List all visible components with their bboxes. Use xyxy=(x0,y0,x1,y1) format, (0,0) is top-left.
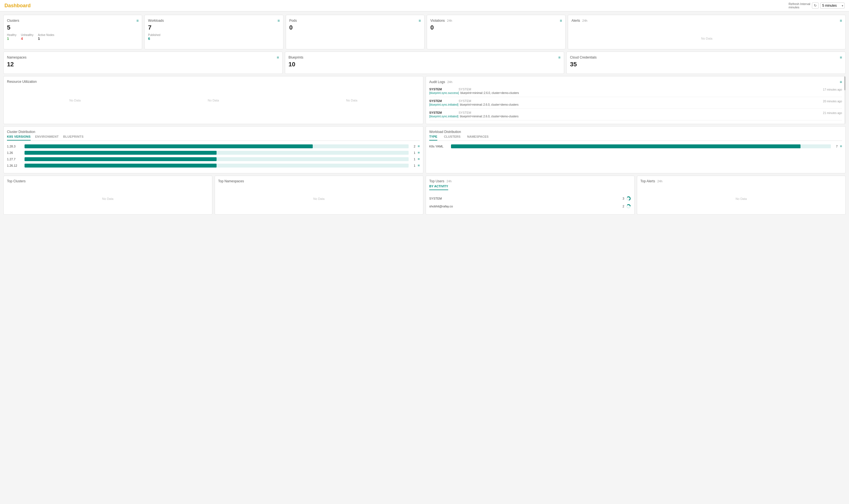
workload-tab-clusters[interactable]: CLUSTERS xyxy=(444,135,460,141)
blueprints-title: Blueprints xyxy=(288,55,303,59)
alerts-subtitle: 24h xyxy=(582,19,587,22)
cluster-dist-icon-2[interactable]: ≡ xyxy=(417,157,420,161)
alerts-card-title: Alerts xyxy=(572,19,580,22)
healthy-label: Healthy xyxy=(7,33,16,37)
audit-log-system-left-1: SYSTEM xyxy=(429,88,442,91)
cluster-dist-label-3: 1.26.12 xyxy=(7,164,22,167)
audit-log-system-left-2: SYSTEM xyxy=(429,99,442,103)
published-label: Published xyxy=(148,33,160,37)
top-namespaces-card: Top Namespaces No Data xyxy=(215,176,424,215)
workload-tab-type[interactable]: TYPE xyxy=(429,135,437,141)
audit-log-system-right-1: SYSTEM xyxy=(458,88,471,91)
audit-logs-header: Audit Logs 24h ≡ xyxy=(429,80,842,84)
resource-utilization-card: Resource Utilization No Data No Data No … xyxy=(3,76,423,124)
audit-log-entry-2: SYSTEM SYSTEM [blueprint.sync.initiated]… xyxy=(429,97,842,109)
top-clusters-card: Top Clusters No Data xyxy=(3,176,212,215)
unhealthy-label: Unhealthy xyxy=(21,33,33,37)
audit-log-system-right-2: SYSTEM xyxy=(458,99,471,103)
blueprints-value: 10 xyxy=(288,61,561,68)
top-user-donut-0 xyxy=(626,196,631,201)
workloads-published-stat: Published 6 xyxy=(148,33,160,41)
audit-log-detail-3: [blueprint.sync.initiated] blueprint=min… xyxy=(429,115,811,118)
cards-row-2: Namespaces ≡ 12 Blueprints ≡ 10 Cloud Cr… xyxy=(3,52,846,74)
cluster-dist-bar-fill-3 xyxy=(24,164,217,167)
cloud-credentials-card-header: Cloud Credentials ≡ xyxy=(570,55,842,60)
resource-util-no-data-2: No Data xyxy=(145,93,281,108)
cluster-dist-row-0: 1.28.3 2 ≡ xyxy=(7,144,420,148)
top-alerts-card: Top Alerts 24h No Data xyxy=(637,176,846,215)
cluster-dist-icon-3[interactable]: ≡ xyxy=(417,163,420,167)
by-activity-tab[interactable]: BY ACTIVITY xyxy=(429,184,448,190)
pods-menu-icon[interactable]: ≡ xyxy=(419,18,421,23)
namespaces-card-header: Namespaces ≡ xyxy=(7,55,279,60)
top-user-donut-1 xyxy=(626,204,631,209)
top-user-name-0: SYSTEM xyxy=(429,197,442,200)
workload-dist-row-0: K8s YAML 7 ≡ xyxy=(429,144,842,148)
cluster-dist-icon-1[interactable]: ≡ xyxy=(417,150,420,155)
workload-dist-count-0: 7 xyxy=(833,145,837,148)
clusters-card-title: Clusters xyxy=(7,19,19,22)
alerts-no-data: No Data xyxy=(572,31,842,46)
pods-card: Pods ≡ 0 xyxy=(286,15,424,49)
top-user-count-area-0: 3 xyxy=(622,196,631,201)
main-content: Clusters ≡ 5 Healthy 1 Unhealthy 4 Activ… xyxy=(0,12,849,218)
tab-environment[interactable]: ENVIRONMENT xyxy=(35,135,59,141)
workload-tab-namespaces[interactable]: NAMESPACES xyxy=(467,135,489,141)
clusters-healthy-stat: Healthy 1 xyxy=(7,33,16,41)
cloud-credentials-menu-icon[interactable]: ≡ xyxy=(840,55,842,60)
cluster-dist-bar-bg-1 xyxy=(24,151,409,155)
violations-menu-icon[interactable]: ≡ xyxy=(560,18,562,23)
audit-logs-menu-icon[interactable]: ≡ xyxy=(840,80,842,84)
top-alerts-title: Top Alerts xyxy=(640,179,655,183)
workloads-menu-icon[interactable]: ≡ xyxy=(277,18,279,23)
refresh-button[interactable]: ↻ xyxy=(812,2,819,8)
cluster-dist-row-1: 1.26 1 ≡ xyxy=(7,150,420,155)
top-clusters-title: Top Clusters xyxy=(7,179,26,183)
workloads-value: 7 xyxy=(148,24,279,31)
cluster-dist-count-0: 2 xyxy=(411,145,415,148)
top-namespaces-title: Top Namespaces xyxy=(218,179,244,183)
top-users-header: Top Users 24h xyxy=(429,179,631,183)
cluster-dist-tabs: K8S VERSIONS ENVIRONMENT BLUEPRINTS xyxy=(7,135,420,141)
namespaces-value: 12 xyxy=(7,61,279,68)
cluster-dist-icon-0[interactable]: ≡ xyxy=(417,144,420,148)
violations-card: Violations 24h ≡ 0 xyxy=(427,15,565,49)
cluster-dist-bar-fill-1 xyxy=(24,151,217,155)
blueprints-menu-icon[interactable]: ≡ xyxy=(558,55,561,60)
workloads-card-header: Workloads ≡ xyxy=(148,18,279,23)
cluster-dist-bar-fill-0 xyxy=(24,144,313,148)
audit-logs-subtitle: 24h xyxy=(447,80,452,84)
lowest-row: Top Clusters No Data Top Namespaces No D… xyxy=(3,176,846,215)
audit-log-detail-2: [blueprint.sync.initiated] blueprint=min… xyxy=(429,103,811,106)
top-clusters-header: Top Clusters xyxy=(7,179,209,183)
top-users-subtitle: 24h xyxy=(447,180,452,183)
alerts-menu-icon[interactable]: ≡ xyxy=(840,18,842,23)
top-users-list: SYSTEM 3 shobhit@rafay.co 2 xyxy=(429,195,631,210)
top-user-count-1: 2 xyxy=(622,204,624,208)
healthy-value: 1 xyxy=(7,37,16,41)
workload-dist-icon-0[interactable]: ≡ xyxy=(840,144,842,148)
top-clusters-no-data: No Data xyxy=(7,192,209,206)
top-alerts-header: Top Alerts 24h xyxy=(640,179,842,183)
audit-log-time-2: 20 minutes ago xyxy=(823,100,842,103)
audit-log-system-right-3: SYSTEM xyxy=(458,111,471,114)
tab-blueprints[interactable]: BLUEPRINTS xyxy=(63,135,84,141)
by-activity-label: BY ACTIVITY xyxy=(429,184,631,192)
cloud-credentials-title: Cloud Credentials xyxy=(570,55,596,59)
resource-util-inner: No Data No Data No Data xyxy=(7,85,420,108)
refresh-interval-select[interactable]: 1 minute 5 minutes 10 minutes 30 minutes… xyxy=(820,2,845,8)
blueprints-card: Blueprints ≡ 10 xyxy=(285,52,564,74)
page-title: Dashboard xyxy=(4,3,31,8)
workload-dist-bar-fill-0 xyxy=(451,144,800,148)
active-nodes-value: 1 xyxy=(38,37,54,41)
resource-util-no-data-3: No Data xyxy=(284,93,420,108)
namespaces-title: Namespaces xyxy=(7,55,26,59)
cloud-credentials-value: 35 xyxy=(570,61,842,68)
tab-k8s-versions[interactable]: K8S VERSIONS xyxy=(7,135,31,141)
workload-dist-tabs: TYPE CLUSTERS NAMESPACES xyxy=(429,135,842,141)
workloads-stats: Published 6 xyxy=(148,33,279,41)
namespaces-menu-icon[interactable]: ≡ xyxy=(277,55,279,60)
scrollbar-thumb[interactable] xyxy=(844,76,845,90)
workload-dist-bar-bg-0 xyxy=(451,144,831,148)
clusters-menu-icon[interactable]: ≡ xyxy=(136,18,139,23)
